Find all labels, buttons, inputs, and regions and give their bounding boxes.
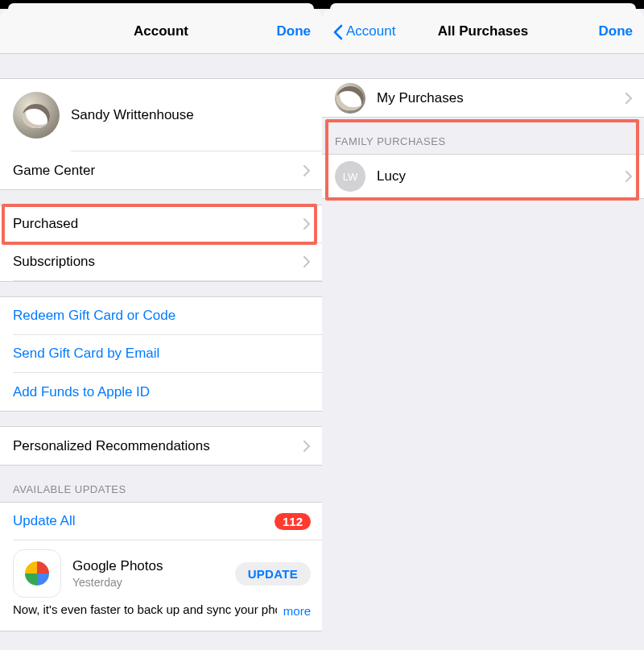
redeem-row[interactable]: Redeem Gift Card or Code	[0, 297, 322, 335]
back-label: Account	[346, 23, 395, 39]
row-label: Personalized Recommendations	[13, 438, 210, 454]
more-link[interactable]: more	[277, 603, 311, 619]
done-button[interactable]: Done	[584, 23, 633, 39]
family-member-name: Lucy	[377, 168, 406, 184]
row-label: Redeem Gift Card or Code	[13, 308, 175, 324]
chevron-right-icon	[303, 217, 311, 230]
chevron-right-icon	[303, 164, 311, 177]
chevron-right-icon	[303, 255, 311, 268]
row-label: Purchased	[13, 216, 78, 232]
back-button[interactable]: Account	[333, 23, 406, 39]
subscriptions-row[interactable]: Subscriptions	[0, 243, 322, 281]
recommendations-row[interactable]: Personalized Recommendations	[0, 427, 322, 465]
actions-section: Redeem Gift Card or Code Send Gift Card …	[0, 296, 322, 412]
avatar-initials: LW	[335, 161, 365, 192]
family-member-row[interactable]: LW Lucy	[322, 155, 644, 198]
updates-section: Update All 112 Google Photos Yesterday U…	[0, 502, 322, 631]
add-funds-row[interactable]: Add Funds to Apple ID	[0, 373, 322, 411]
row-label: Subscriptions	[13, 254, 95, 270]
app-description: Now, it's even faster to back up and syn…	[0, 598, 322, 631]
purchases-section: Purchased Subscriptions	[0, 205, 322, 282]
profile-name: Sandy Writtenhouse	[71, 107, 194, 123]
profile-section: Sandy Writtenhouse Game Center	[0, 78, 322, 190]
app-subtitle: Yesterday	[72, 576, 163, 589]
row-label: Game Center	[13, 163, 95, 179]
updates-badge: 112	[275, 513, 311, 530]
chevron-left-icon	[333, 24, 343, 39]
update-button[interactable]: UPDATE	[235, 562, 311, 586]
my-purchases-row[interactable]: My Purchases	[322, 79, 644, 117]
update-all-label: Update All	[13, 513, 76, 529]
chevron-right-icon	[625, 170, 633, 183]
family-purchases-header: FAMILY PURCHASES	[322, 118, 644, 154]
chevron-right-icon	[625, 92, 633, 105]
app-update-row[interactable]: Google Photos Yesterday UPDATE	[0, 540, 322, 598]
google-photos-icon	[13, 549, 61, 598]
app-meta: Google Photos Yesterday	[72, 558, 163, 589]
update-all-row[interactable]: Update All 112	[0, 503, 322, 540]
avatar	[335, 83, 365, 114]
row-label: Add Funds to Apple ID	[13, 384, 150, 400]
send-gift-row[interactable]: Send Gift Card by Email	[0, 335, 322, 373]
navbar: Account All Purchases Done	[322, 9, 644, 54]
navbar: Account Done	[0, 9, 322, 54]
row-label: My Purchases	[377, 90, 464, 106]
recommendations-section: Personalized Recommendations	[0, 426, 322, 466]
game-center-row[interactable]: Game Center	[0, 151, 322, 189]
row-label: Send Gift Card by Email	[13, 346, 159, 362]
family-purchases-section: LW Lucy	[322, 154, 644, 199]
sheet-backdrop	[0, 0, 322, 9]
updates-header: AVAILABLE UPDATES	[0, 466, 322, 502]
done-button[interactable]: Done	[262, 23, 311, 39]
purchased-row[interactable]: Purchased	[0, 205, 322, 243]
all-purchases-screen: Account All Purchases Done My Purchases …	[322, 0, 644, 650]
account-screen: Account Done Sandy Writtenhouse Game Cen…	[0, 0, 322, 650]
app-name: Google Photos	[72, 558, 163, 574]
profile-row[interactable]: Sandy Writtenhouse	[0, 79, 322, 151]
my-purchases-section: My Purchases	[322, 78, 644, 118]
chevron-right-icon	[303, 440, 311, 453]
sheet-backdrop	[322, 0, 644, 9]
avatar	[13, 92, 60, 139]
app-desc-text: Now, it's even faster to back up and syn…	[13, 602, 301, 616]
